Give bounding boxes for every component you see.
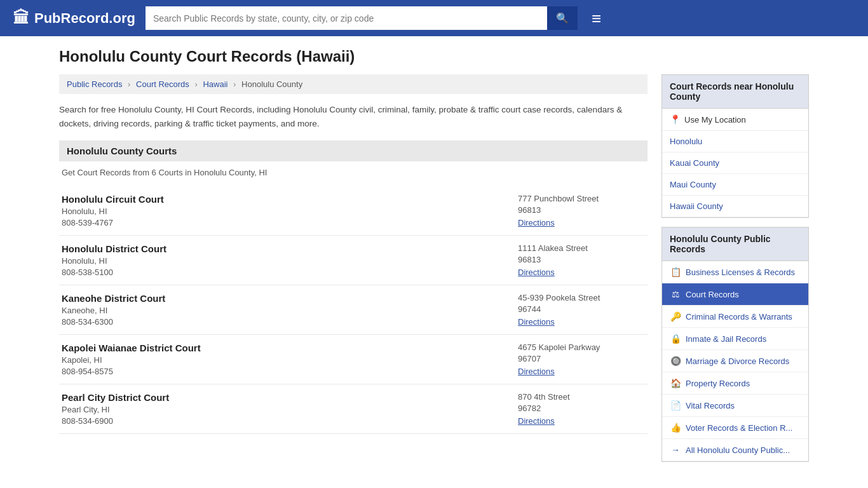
court-street: 777 Punchbowl Street: [518, 194, 645, 203]
court-right: 4675 Kapolei Parkway 96707 Directions: [518, 342, 645, 376]
sidebar-public-records-label: Business Licenses & Records: [686, 268, 795, 277]
sidebar-icon: 👍: [670, 423, 681, 433]
court-left: Honolulu District Court Honolulu, HI 808…: [62, 243, 166, 277]
court-phone: 808-534-6900: [62, 416, 169, 426]
sidebar-public-records-item[interactable]: →All Honolulu County Public...: [662, 439, 808, 461]
sidebar-near-item[interactable]: Hawaii County: [662, 196, 808, 217]
court-entry: Kaneohe District Court Kaneohe, HI 808-5…: [59, 285, 648, 335]
search-icon: 🔍: [556, 13, 569, 24]
search-input[interactable]: [146, 6, 547, 30]
court-right: 45-939 Pookela Street 96744 Directions: [518, 293, 645, 327]
directions-link[interactable]: Directions: [518, 317, 555, 327]
sidebar-near-label: Hawaii County: [670, 201, 723, 211]
sidebar-icon: ⚖: [670, 289, 681, 299]
breadcrumb: Public Records › Court Records › Hawaii …: [59, 74, 648, 94]
location-icon: 📍: [670, 114, 681, 125]
sidebar-public-records-item[interactable]: 📄Vital Records: [662, 395, 808, 417]
court-zip: 96707: [518, 354, 645, 363]
directions-link[interactable]: Directions: [518, 367, 555, 376]
sidebar-public-records-label: Marriage & Divorce Records: [686, 356, 789, 366]
sidebar-icon: 🔑: [670, 311, 681, 322]
breadcrumb-court-records[interactable]: Court Records: [136, 79, 189, 89]
court-left: Honolulu Circuit Court Honolulu, HI 808-…: [62, 194, 164, 227]
logo-text: PubRecord.org: [34, 10, 135, 27]
court-city: Kapolei, HI: [62, 355, 201, 365]
sidebar-public-records-item[interactable]: 🏠Property Records: [662, 372, 808, 395]
breadcrumb-sep-1: ›: [128, 79, 130, 89]
court-name: Pearl City District Court: [62, 392, 169, 403]
main-content: Public Records › Court Records › Hawaii …: [59, 74, 648, 434]
sidebar-public-records-label: Vital Records: [686, 401, 735, 410]
sidebar-icon: 🏠: [670, 378, 681, 388]
directions-link[interactable]: Directions: [518, 268, 555, 277]
search-button[interactable]: 🔍: [547, 6, 578, 30]
court-entry: Honolulu Circuit Court Honolulu, HI 808-…: [59, 186, 648, 236]
sidebar-near-item[interactable]: Maui County: [662, 174, 808, 196]
sidebar-public-records-header: Honolulu County Public Records: [661, 227, 809, 261]
court-right: 777 Punchbowl Street 96813 Directions: [518, 194, 645, 227]
court-zip: 96813: [518, 205, 645, 215]
sidebar-near-item[interactable]: 📍Use My Location: [662, 109, 808, 131]
directions-link[interactable]: Directions: [518, 218, 555, 227]
breadcrumb-honolulu: Honolulu County: [241, 79, 302, 89]
court-right: 870 4th Street 96782 Directions: [518, 392, 645, 426]
sidebar-near-item[interactable]: Honolulu: [662, 131, 808, 152]
sidebar-public-records-label: Court Records: [686, 290, 739, 299]
court-city: Kaneohe, HI: [62, 306, 165, 315]
sidebar: Court Records near Honolulu County 📍Use …: [661, 74, 809, 462]
logo[interactable]: 🏛 PubRecord.org: [13, 8, 135, 28]
court-zip: 96782: [518, 403, 645, 413]
court-city: Honolulu, HI: [62, 256, 166, 266]
sidebar-icon: 📋: [670, 267, 681, 277]
sidebar-public-records-list: 📋Business Licenses & Records⚖Court Recor…: [661, 261, 809, 462]
court-phone: 808-538-5100: [62, 268, 166, 277]
sidebar-near-label: Honolulu: [670, 137, 702, 146]
court-zip: 96813: [518, 255, 645, 264]
courts-list: Honolulu Circuit Court Honolulu, HI 808-…: [59, 186, 648, 434]
sidebar-near-item[interactable]: Kauai County: [662, 152, 808, 174]
court-left: Pearl City District Court Pearl City, HI…: [62, 392, 169, 426]
sidebar-public-records-item[interactable]: 🔑Criminal Records & Warrants: [662, 306, 808, 328]
breadcrumb-public-records[interactable]: Public Records: [67, 79, 122, 89]
court-left: Kaneohe District Court Kaneohe, HI 808-5…: [62, 293, 165, 327]
search-bar: 🔍: [146, 6, 578, 30]
sidebar-near-header: Court Records near Honolulu County: [661, 74, 809, 108]
sidebar-public-records-label: Criminal Records & Warrants: [686, 312, 792, 322]
court-name: Honolulu District Court: [62, 243, 166, 254]
court-entry: Pearl City District Court Pearl City, HI…: [59, 384, 648, 434]
sidebar-public-records-label: All Honolulu County Public...: [686, 445, 790, 455]
sidebar-public-records-item[interactable]: 🔒Inmate & Jail Records: [662, 328, 808, 350]
description-text: Search for free Honolulu County, HI Cour…: [59, 103, 648, 130]
court-entry: Honolulu District Court Honolulu, HI 808…: [59, 236, 648, 285]
court-phone: 808-539-4767: [62, 218, 164, 227]
court-name: Kaneohe District Court: [62, 293, 165, 304]
court-left: Kapolei Waianae District Court Kapolei, …: [62, 342, 201, 376]
court-city: Honolulu, HI: [62, 207, 164, 216]
sidebar-public-records-label: Voter Records & Election R...: [686, 423, 792, 433]
sidebar-public-records-label: Inmate & Jail Records: [686, 334, 766, 344]
court-entry: Kapolei Waianae District Court Kapolei, …: [59, 335, 648, 384]
sidebar-public-records-item[interactable]: 📋Business Licenses & Records: [662, 261, 808, 283]
site-header: 🏛 PubRecord.org 🔍 ≡: [0, 0, 868, 36]
court-street: 45-939 Pookela Street: [518, 293, 645, 302]
sidebar-icon: 🔒: [670, 334, 681, 344]
breadcrumb-hawaii[interactable]: Hawaii: [203, 79, 227, 89]
sidebar-near-label: Kauai County: [670, 158, 719, 168]
breadcrumb-sep-3: ›: [233, 79, 236, 89]
sidebar-icon: 🔘: [670, 356, 681, 366]
sidebar-public-records-item[interactable]: 🔘Marriage & Divorce Records: [662, 350, 808, 372]
sidebar-public-records-item[interactable]: ⚖Court Records: [662, 283, 808, 306]
sidebar-public-records-item[interactable]: 👍Voter Records & Election R...: [662, 417, 808, 439]
sidebar-public-records-label: Property Records: [686, 379, 750, 388]
menu-button[interactable]: ≡: [588, 9, 605, 28]
sidebar-icon: →: [670, 445, 681, 455]
sidebar-near-label: Maui County: [670, 180, 716, 189]
court-phone: 808-534-6300: [62, 317, 165, 327]
court-street: 870 4th Street: [518, 392, 645, 402]
court-name: Kapolei Waianae District Court: [62, 342, 201, 353]
breadcrumb-sep-2: ›: [194, 79, 197, 89]
court-zip: 96744: [518, 304, 645, 314]
directions-link[interactable]: Directions: [518, 416, 555, 426]
page-title: Honolulu County Court Records (Hawaii): [59, 48, 809, 65]
court-street: 4675 Kapolei Parkway: [518, 342, 645, 352]
